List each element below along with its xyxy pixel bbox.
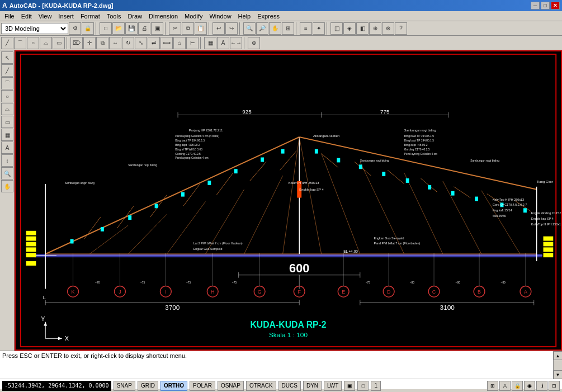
dim-btn[interactable]: ←→ [230, 37, 242, 49]
statusbar-right: ⊞ A 🔒 ◉ ℹ ⊡ [487, 381, 560, 391]
hatch-btn[interactable]: ▦ [204, 37, 216, 49]
zoom-extents-btn[interactable]: ⊞ [282, 22, 294, 35]
menu-format[interactable]: Format [77, 12, 103, 20]
copy-btn[interactable]: ⧉ [182, 22, 194, 35]
trim-btn[interactable]: ⌂ [173, 37, 186, 49]
move-btn[interactable]: ✛ [83, 37, 96, 49]
undo-btn[interactable]: ↩ [212, 22, 225, 35]
layer3-btn[interactable]: ◧ [356, 22, 369, 35]
left-pan-btn[interactable]: ✋ [1, 180, 13, 192]
left-pline-btn[interactable]: ⌒ [1, 77, 13, 89]
layer2-btn[interactable]: ◈ [343, 22, 356, 35]
workspace-settings-btn[interactable]: ⚙ [69, 22, 81, 35]
circle-btn[interactable]: ○ [27, 37, 39, 49]
arc-btn[interactable]: ⌓ [40, 37, 52, 49]
new-btn[interactable]: □ [100, 22, 112, 35]
dyn-button[interactable]: DYN [303, 381, 322, 391]
annotate-btn[interactable]: A [499, 381, 511, 391]
match-btn[interactable]: ✦ [313, 22, 325, 35]
menu-insert[interactable]: Insert [55, 12, 77, 20]
obj-snap-btn[interactable]: ⊛ [248, 37, 260, 49]
offset-btn[interactable]: ⟺ [160, 37, 173, 49]
svg-text:775: 775 [380, 108, 390, 115]
left-zoom-btn[interactable]: 🔍 [1, 167, 13, 180]
help-btn[interactable]: ? [395, 22, 407, 35]
minimize-button[interactable]: ─ [531, 2, 540, 10]
menu-edit[interactable]: Edit [18, 12, 35, 20]
menu-modify[interactable]: Modify [181, 12, 206, 20]
left-rect-btn[interactable]: ▭ [1, 116, 13, 128]
ortho-button[interactable]: ORTHO [160, 381, 187, 391]
copy2-btn[interactable]: ⧉ [96, 37, 108, 49]
snap-button[interactable]: SNAP [114, 381, 135, 391]
cut-btn[interactable]: ✂ [169, 22, 181, 35]
layer4-btn[interactable]: ⊕ [369, 22, 381, 35]
app-icon: A [2, 2, 7, 10]
mtext-btn[interactable]: A [217, 37, 229, 49]
svg-text:Btng dept : 45.90.2: Btng dept : 45.90.2 [404, 144, 428, 147]
scroll-up-btn[interactable]: ▲ [554, 351, 563, 360]
maximize-button[interactable]: □ [541, 2, 550, 10]
svg-rect-68 [26, 231, 36, 235]
layer5-btn[interactable]: ⊗ [382, 22, 394, 35]
command-scrollbar[interactable]: ▲ ▼ [553, 351, 562, 379]
left-hatch-btn[interactable]: ▦ [1, 129, 13, 141]
left-toolbar: ↖ ╱ ⌒ ○ ⌓ ▭ ▦ A ↕ 🔍 ✋ [0, 50, 15, 351]
menu-file[interactable]: File [1, 12, 18, 20]
lwt-button[interactable]: LWT [324, 381, 342, 391]
print-btn[interactable]: 🖨 [138, 22, 150, 35]
paste-btn[interactable]: 📋 [195, 22, 207, 35]
grid-button[interactable]: GRID [138, 381, 158, 391]
clean-screen-btn[interactable]: ⊡ [549, 381, 560, 391]
rotate-btn[interactable]: ↻ [122, 37, 134, 49]
ducs-button[interactable]: DUCS [278, 381, 301, 391]
close-button[interactable]: ✕ [551, 2, 560, 10]
svg-rect-72 [544, 242, 554, 247]
zoom-prev-btn[interactable]: 🔎 [256, 22, 268, 35]
info-btn[interactable]: ℹ [536, 381, 547, 391]
left-arc-btn[interactable]: ⌓ [1, 103, 13, 115]
lock-btn[interactable]: 🔒 [512, 381, 523, 391]
scale-btn[interactable]: ⤡ [135, 37, 147, 49]
svg-text:Sambungan nogi biding: Sambungan nogi biding [360, 159, 389, 162]
extend-btn[interactable]: ⊢ [186, 37, 199, 49]
redo-btn[interactable]: ↪ [225, 22, 238, 35]
rect-btn[interactable]: ▭ [53, 37, 65, 49]
menu-view[interactable]: View [35, 12, 55, 20]
layer-btn[interactable]: ◫ [330, 22, 343, 35]
menu-dimension[interactable]: Dimension [145, 12, 181, 20]
pline-btn[interactable]: ⌒ [14, 37, 26, 49]
menu-express[interactable]: Express [254, 12, 283, 20]
scroll-down-btn[interactable]: ▼ [554, 370, 563, 379]
cad-canvas[interactable]: 925 775 [15, 50, 562, 351]
menu-draw[interactable]: Draw [124, 12, 145, 20]
svg-rect-54 [382, 172, 385, 176]
properties-btn[interactable]: ≡ [300, 22, 312, 35]
left-line-btn[interactable]: ╱ [1, 64, 13, 77]
polar-button[interactable]: POLAR [190, 381, 215, 391]
otrack-button[interactable]: OTRACK [246, 381, 276, 391]
menu-tools[interactable]: Tools [103, 12, 125, 20]
comm-center-btn[interactable]: ◉ [524, 381, 535, 391]
workspace-lock-btn[interactable]: 🔒 [82, 22, 94, 35]
workspace-dropdown[interactable]: 3D Modeling [1, 23, 68, 34]
open-btn[interactable]: 📂 [112, 22, 125, 35]
pan-btn[interactable]: ✋ [269, 22, 281, 35]
left-text-btn[interactable]: A [1, 141, 13, 154]
save-btn[interactable]: 💾 [125, 22, 138, 35]
svg-rect-58 [475, 197, 478, 201]
left-circle-btn[interactable]: ○ [1, 90, 13, 102]
viewport-btn[interactable]: ⊞ [487, 381, 498, 391]
line-btn[interactable]: ╱ [1, 37, 13, 49]
zoom-realtime-btn[interactable]: 🔍 [243, 22, 256, 35]
select-btn[interactable]: ↖ [1, 51, 13, 64]
plot-btn[interactable]: ▣ [151, 22, 163, 35]
left-dim-btn[interactable]: ↕ [1, 154, 13, 167]
osnap-button[interactable]: OSNAP [218, 381, 244, 391]
erase-btn[interactable]: ⌦ [70, 37, 83, 49]
menu-window[interactable]: Window [206, 12, 234, 20]
mirror-btn[interactable]: ⇌ [148, 37, 160, 49]
stretch-btn[interactable]: ↔ [109, 37, 121, 49]
menu-help[interactable]: Help [235, 12, 254, 20]
svg-rect-48 [234, 169, 238, 173]
